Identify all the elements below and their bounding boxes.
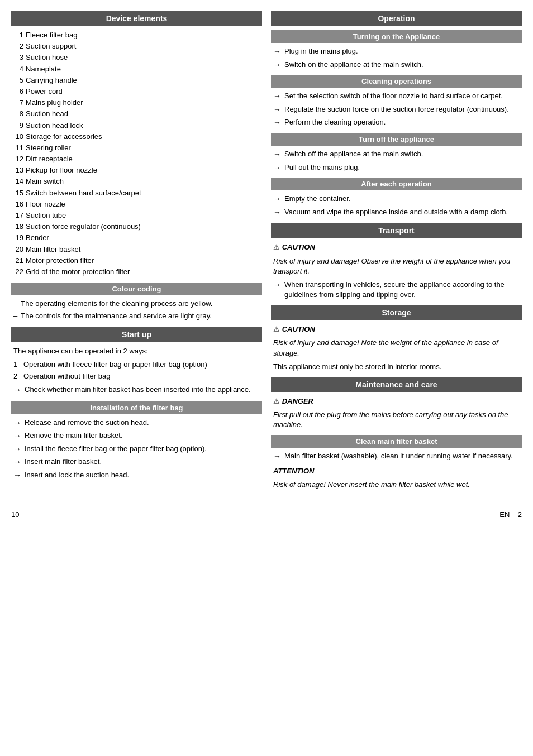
transport-section: Transport ⚠ CAUTION Risk of injury and d… bbox=[271, 223, 522, 300]
footer-section-number: EN – 2 bbox=[499, 510, 522, 519]
colour-coding-header: Colour coding bbox=[11, 283, 262, 295]
attention-label: ATTENTION bbox=[273, 467, 314, 475]
transport-arrow-list: →When transporting in vehicles, secure t… bbox=[271, 280, 522, 300]
startup-check-list: →Check whether main filter basket has be… bbox=[11, 385, 262, 396]
arrow-icon: → bbox=[13, 444, 21, 455]
arrow-icon: → bbox=[273, 46, 281, 58]
arrow-icon: → bbox=[13, 457, 21, 468]
arrow-icon: → bbox=[273, 162, 281, 174]
after-each-list: →Empty the container. →Vacuum and wipe t… bbox=[271, 194, 522, 218]
storage-caution-label: ⚠ CAUTION bbox=[271, 324, 522, 334]
caution-label: CAUTION bbox=[282, 243, 315, 251]
list-item: 18Suction force regulator (continuous) bbox=[13, 222, 260, 232]
colour-coding-section: Colour coding –The operating elements fo… bbox=[11, 283, 262, 321]
list-item: 13Pickup for floor nozzle bbox=[13, 165, 260, 175]
list-item: →Switch off the appliance at the main sw… bbox=[273, 149, 520, 160]
list-item: →Insert main filter basket. bbox=[13, 457, 260, 468]
operation-section: Operation Turning on the Appliance →Plug… bbox=[271, 11, 522, 218]
list-item: 1Operation with fleece filter bag or pap… bbox=[13, 360, 260, 370]
clean-filter-list: →Main filter basket (washable), clean it… bbox=[271, 451, 522, 462]
list-item: 14Main switch bbox=[13, 176, 260, 186]
caution-label: CAUTION bbox=[282, 325, 315, 333]
arrow-icon: → bbox=[13, 385, 21, 396]
warning-icon: ⚠ bbox=[273, 397, 280, 405]
startup-intro: The appliance can be operated in 2 ways: bbox=[11, 346, 262, 356]
right-column: Operation Turning on the Appliance →Plug… bbox=[271, 11, 522, 496]
transport-caution-label: ⚠ CAUTION bbox=[271, 242, 522, 252]
list-item: 3Suction hose bbox=[13, 52, 260, 63]
list-item: →Switch on the appliance at the main swi… bbox=[273, 60, 520, 71]
list-item: –The controls for the maintenance and se… bbox=[13, 311, 260, 321]
list-item: 1Fleece filter bag bbox=[13, 30, 260, 40]
footer-page-number: 10 bbox=[11, 510, 19, 519]
list-item: 10Storage for accessories bbox=[13, 132, 260, 142]
list-item: 11Steering roller bbox=[13, 143, 260, 153]
storage-header: Storage bbox=[271, 305, 522, 320]
list-item: →Install the fleece filter bag or the pa… bbox=[13, 444, 260, 455]
arrow-icon: → bbox=[273, 194, 281, 205]
turn-off-header: Turn off the appliance bbox=[271, 133, 522, 146]
list-item: →Plug in the mains plug. bbox=[273, 46, 520, 58]
device-elements-header: Device elements bbox=[11, 11, 262, 26]
list-item: 2Operation without filter bag bbox=[13, 371, 260, 381]
list-item: →Main filter basket (washable), clean it… bbox=[273, 451, 520, 462]
clean-filter-header: Clean main filter basket bbox=[271, 435, 522, 448]
list-item: 12Dirt receptacle bbox=[13, 154, 260, 164]
transport-header: Transport bbox=[271, 223, 522, 238]
colour-coding-list: –The operating elements for the cleaning… bbox=[11, 299, 262, 321]
maintenance-header: Maintenance and care bbox=[271, 377, 522, 392]
list-item: →Perform the cleaning operation. bbox=[273, 117, 520, 128]
danger-label: DANGER bbox=[282, 397, 313, 405]
arrow-icon: → bbox=[273, 117, 281, 128]
danger-label-paragraph: ⚠ DANGER bbox=[271, 396, 522, 406]
left-column: Device elements 1Fleece filter bag 2Suct… bbox=[11, 11, 262, 496]
device-elements-section: Device elements 1Fleece filter bag 2Suct… bbox=[11, 11, 262, 277]
warning-icon: ⚠ bbox=[273, 325, 280, 333]
startup-header: Start up bbox=[11, 327, 262, 342]
list-item: →Empty the container. bbox=[273, 194, 520, 205]
list-item: 8Suction head bbox=[13, 109, 260, 119]
arrow-icon: → bbox=[273, 149, 281, 160]
list-item: →Vacuum and wipe the appliance inside an… bbox=[273, 207, 520, 218]
list-item: →Pull out the mains plug. bbox=[273, 162, 520, 174]
cleaning-ops-list: →Set the selection switch of the floor n… bbox=[271, 91, 522, 128]
maintenance-section: Maintenance and care ⚠ DANGER First pull… bbox=[271, 377, 522, 490]
arrow-icon: → bbox=[13, 470, 21, 481]
filter-bag-section: Installation of the filter bag →Release … bbox=[11, 401, 262, 481]
list-item: 17Suction tube bbox=[13, 210, 260, 221]
list-item: 9Suction head lock bbox=[13, 121, 260, 131]
list-item: →When transporting in vehicles, secure t… bbox=[273, 280, 520, 300]
device-elements-list: 1Fleece filter bag 2Suction support 3Suc… bbox=[11, 30, 262, 277]
storage-caution-text: Risk of injury and damage! Note the weig… bbox=[271, 338, 522, 358]
list-item: 21Motor protection filter bbox=[13, 256, 260, 266]
operation-header: Operation bbox=[271, 11, 522, 26]
list-item: →Remove the main filter basket. bbox=[13, 430, 260, 442]
turning-on-list: →Plug in the mains plug. →Switch on the … bbox=[271, 46, 522, 70]
list-item: 20Main filter basket bbox=[13, 245, 260, 255]
turning-on-header: Turning on the Appliance bbox=[271, 30, 522, 43]
storage-section: Storage ⚠ CAUTION Risk of injury and dam… bbox=[271, 305, 522, 372]
turn-off-list: →Switch off the appliance at the main sw… bbox=[271, 149, 522, 173]
after-each-header: After each operation bbox=[271, 178, 522, 190]
arrow-icon: → bbox=[13, 418, 21, 429]
list-item: 22Grid of the motor protection filter bbox=[13, 267, 260, 277]
startup-numbered-list: 1Operation with fleece filter bag or pap… bbox=[11, 360, 262, 381]
list-item: →Insert and lock the suction head. bbox=[13, 470, 260, 481]
list-item: 7Mains plug holder bbox=[13, 98, 260, 108]
list-item: →Regulate the suction force on the sucti… bbox=[273, 104, 520, 116]
filter-bag-steps: →Release and remove the suction head. →R… bbox=[11, 418, 262, 481]
warning-icon: ⚠ bbox=[273, 243, 280, 251]
list-item: →Check whether main filter basket has be… bbox=[13, 385, 260, 396]
startup-section: Start up The appliance can be operated i… bbox=[11, 327, 262, 396]
cleaning-ops-header: Cleaning operations bbox=[271, 75, 522, 88]
list-item: 15Switch between hard surface/carpet bbox=[13, 188, 260, 198]
list-item: →Set the selection switch of the floor n… bbox=[273, 91, 520, 102]
list-item: 6Power cord bbox=[13, 87, 260, 97]
page-footer: 10 EN – 2 bbox=[11, 507, 522, 519]
list-item: 5Carrying handle bbox=[13, 75, 260, 85]
list-item: 4Nameplate bbox=[13, 64, 260, 74]
arrow-icon: → bbox=[273, 60, 281, 71]
attention-text: Risk of damage! Never insert the main fi… bbox=[271, 480, 522, 490]
arrow-icon: → bbox=[273, 91, 281, 102]
filter-bag-header: Installation of the filter bag bbox=[11, 401, 262, 414]
